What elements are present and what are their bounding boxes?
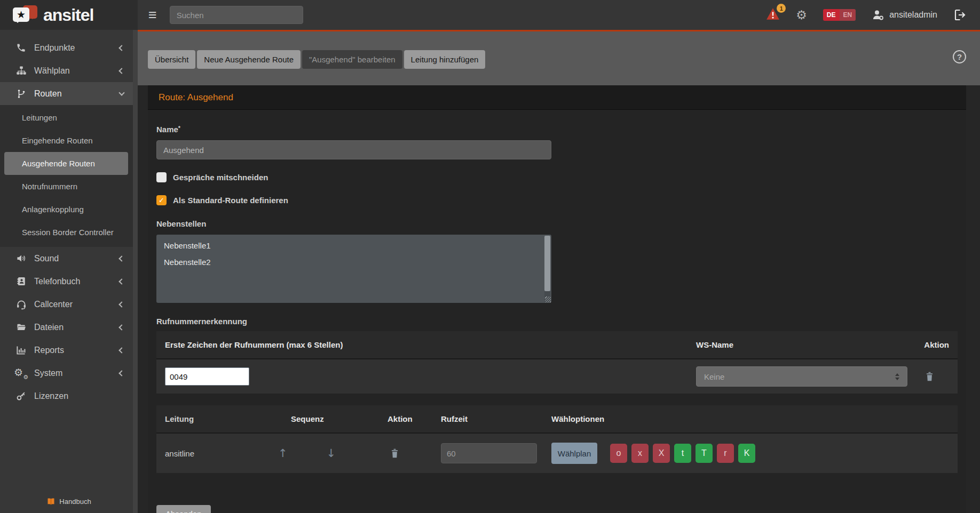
dial-option-K[interactable]: K bbox=[738, 444, 755, 463]
default-route-checkbox[interactable]: ✓ bbox=[156, 195, 167, 205]
delete-prefix-button[interactable] bbox=[925, 371, 934, 382]
alerts-button[interactable]: 1 bbox=[766, 7, 780, 22]
move-down-button[interactable]: ↓ bbox=[327, 447, 336, 460]
line-row: ansitline ↑ ↓ bbox=[156, 434, 958, 473]
col-prefix-header: Erste Zeichen der Rufnummern (max 6 Stel… bbox=[165, 340, 696, 349]
sitemap-icon bbox=[15, 66, 27, 76]
sidebar-item-reports[interactable]: Reports bbox=[0, 339, 138, 362]
dial-option-T[interactable]: T bbox=[696, 444, 713, 463]
sidebar-item-telefonbuch[interactable]: Telefonbuch bbox=[0, 270, 138, 293]
sidebar-group-routen: Routen Leitungen Eingehende Routen Ausge… bbox=[0, 82, 138, 247]
ws-select-value: Keine bbox=[704, 372, 724, 381]
lines-table-header: Leitung Sequenz Aktion Rufzeit Wähloptio… bbox=[156, 405, 958, 434]
chevron-left-icon bbox=[118, 324, 124, 330]
chevron-left-icon bbox=[118, 370, 124, 376]
chevron-left-icon bbox=[118, 68, 124, 74]
tabbar: Übersicht Neue Ausgehende Route "Ausgehe… bbox=[138, 31, 980, 85]
sidebar-item-label: Wählplan bbox=[34, 66, 70, 76]
record-calls-checkbox[interactable] bbox=[156, 172, 167, 182]
dial-option-r[interactable]: r bbox=[717, 444, 734, 463]
sidebar-item-label: Routen bbox=[34, 89, 62, 99]
dial-option-X[interactable]: X bbox=[653, 444, 670, 463]
prefix-input[interactable] bbox=[165, 367, 249, 386]
default-route-row: ✓ Als Standard-Route definieren bbox=[156, 195, 958, 205]
sidebar-item-system[interactable]: ⚙⚙ System bbox=[0, 362, 138, 384]
lang-en-button[interactable]: EN bbox=[840, 9, 856, 21]
extensions-listbox: Nebenstelle1 Nebenstelle2 bbox=[156, 235, 551, 303]
listbox-scrollbar bbox=[544, 236, 550, 302]
col-line-header: Leitung bbox=[165, 414, 278, 423]
settings-gear-icon[interactable]: ⚙ bbox=[796, 8, 807, 22]
handbuch-link[interactable]: Handbuch bbox=[0, 498, 138, 513]
book-icon bbox=[46, 498, 56, 506]
help-icon[interactable]: ? bbox=[953, 50, 966, 63]
sidebar-item-callcenter[interactable]: Callcenter bbox=[0, 293, 138, 316]
dial-option-t[interactable]: t bbox=[674, 444, 691, 463]
tab-uebersicht[interactable]: Übersicht bbox=[148, 50, 195, 69]
extensions-label: Nebenstellen bbox=[156, 219, 958, 228]
submenu-item-notrufnummern[interactable]: Notrufnummern bbox=[0, 175, 138, 198]
sidebar-item-label: System bbox=[34, 368, 62, 378]
scrollbar-thumb[interactable] bbox=[544, 236, 550, 291]
default-route-label: Als Standard-Route definieren bbox=[173, 196, 288, 205]
sidebar-item-label: Reports bbox=[34, 346, 64, 355]
alert-count-badge: 1 bbox=[777, 4, 786, 13]
submenu-item-leitungen[interactable]: Leitungen bbox=[0, 106, 138, 129]
route-name-input[interactable] bbox=[156, 140, 551, 159]
tab-ausgehend-bearbeiten[interactable]: "Ausgehend" bearbeiten bbox=[302, 50, 402, 69]
submenu-item-anlagenkopplung[interactable]: Anlagenkopplung bbox=[0, 198, 138, 221]
lang-de-button[interactable]: DE bbox=[823, 9, 840, 21]
chevron-left-icon bbox=[118, 278, 124, 284]
sidebar-item-endpunkte[interactable]: Endpunkte bbox=[0, 36, 138, 59]
panel-title: Route: Ausgehend bbox=[159, 92, 233, 103]
ring-time-input[interactable] bbox=[441, 443, 537, 463]
dial-option-x[interactable]: x bbox=[631, 444, 649, 463]
bar-chart-icon bbox=[15, 345, 27, 355]
cli-table-row: Keine bbox=[156, 359, 958, 394]
dialplan-button[interactable]: Wählplan bbox=[551, 443, 597, 464]
col-sequence-header: Sequenz bbox=[278, 414, 388, 423]
sidebar: Endpunkte Wählplan Routen bbox=[0, 30, 138, 513]
sidebar-item-dateien[interactable]: Dateien bbox=[0, 316, 138, 339]
user-menu[interactable]: ansiteladmin bbox=[872, 9, 937, 21]
sidebar-item-label: Telefonbuch bbox=[34, 277, 80, 286]
chevron-left-icon bbox=[118, 45, 124, 51]
tab-neue-ausgehende-route[interactable]: Neue Ausgehende Route bbox=[197, 50, 301, 69]
trash-icon bbox=[390, 448, 399, 459]
search-input[interactable] bbox=[170, 6, 303, 24]
sidebar-item-lizenzen[interactable]: Lizenzen bbox=[0, 384, 138, 407]
gears-icon: ⚙⚙ bbox=[15, 368, 27, 379]
resize-handle-icon[interactable] bbox=[545, 296, 551, 302]
record-calls-row: Gespräche mitschneiden bbox=[156, 172, 958, 182]
phone-icon bbox=[15, 43, 27, 53]
sidebar-item-sound[interactable]: Sound bbox=[0, 247, 138, 270]
route-panel: Route: Ausgehend Name* Gespräche mitschn… bbox=[148, 85, 966, 513]
tab-leitung-hinzufuegen[interactable]: Leitung hinzufügen bbox=[404, 50, 486, 69]
col-ringtime-header: Rufzeit bbox=[441, 414, 551, 423]
submenu-item-eingehende-routen[interactable]: Eingehende Routen bbox=[0, 129, 138, 152]
logout-icon[interactable] bbox=[953, 9, 966, 21]
address-book-icon bbox=[15, 276, 27, 286]
select-arrows-icon bbox=[895, 371, 899, 382]
submenu-item-ausgehende-routen[interactable]: Ausgehende Routen bbox=[4, 152, 128, 175]
sidebar-item-label: Callcenter bbox=[34, 300, 73, 309]
chevron-down-icon bbox=[118, 90, 124, 95]
extension-option[interactable]: Nebenstelle1 bbox=[156, 237, 551, 254]
ws-name-select[interactable]: Keine bbox=[696, 366, 907, 387]
speaker-icon bbox=[15, 253, 27, 263]
submit-button[interactable]: Absenden bbox=[156, 505, 211, 513]
dial-option-o[interactable]: o bbox=[610, 444, 627, 463]
page-body: Endpunkte Wählplan Routen bbox=[0, 30, 980, 513]
trash-icon bbox=[925, 371, 934, 382]
ansitel-logo[interactable]: ★ ansitel bbox=[0, 0, 138, 30]
chevron-left-icon bbox=[118, 347, 124, 353]
sidebar-item-routen[interactable]: Routen bbox=[0, 82, 138, 105]
col-dialoptions-header: Wähloptionen bbox=[551, 414, 949, 423]
submenu-item-session-border-controller[interactable]: Session Border Controller bbox=[0, 221, 138, 244]
sidebar-item-waehlplan[interactable]: Wählplan bbox=[0, 59, 138, 82]
sidebar-item-label: Endpunkte bbox=[34, 43, 75, 53]
move-up-button[interactable]: ↑ bbox=[278, 447, 288, 460]
extension-option[interactable]: Nebenstelle2 bbox=[156, 254, 551, 270]
menu-toggle-icon[interactable]: ≡ bbox=[148, 8, 157, 22]
delete-line-button[interactable] bbox=[390, 448, 399, 459]
